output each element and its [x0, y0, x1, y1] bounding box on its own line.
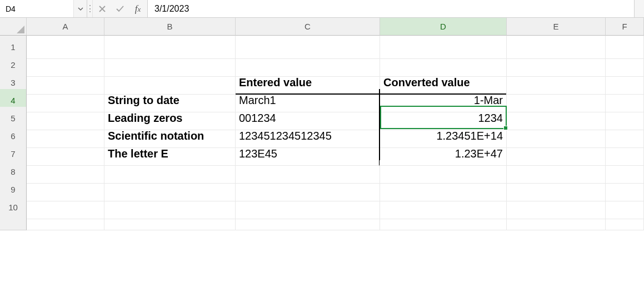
check-icon — [116, 5, 124, 13]
formula-input[interactable] — [148, 0, 644, 17]
col-header-F[interactable]: F — [606, 18, 644, 36]
formula-bar-expand[interactable] — [634, 0, 644, 18]
spreadsheet-grid[interactable]: A B C D E F 1 2 3 Entered value Converte… — [0, 18, 644, 231]
select-all-corner[interactable] — [0, 18, 27, 36]
insert-function-button[interactable]: fx — [133, 4, 143, 14]
col-header-D[interactable]: D — [380, 18, 507, 36]
enter-button[interactable] — [115, 4, 125, 14]
cell-A11[interactable] — [27, 214, 104, 230]
formula-bar-grip[interactable]: ⋮ — [87, 0, 93, 17]
fx-icon: fx — [135, 3, 141, 14]
cell-C11[interactable] — [236, 214, 380, 230]
col-header-A[interactable]: A — [27, 18, 104, 36]
name-box[interactable] — [0, 0, 73, 17]
cell-D11[interactable] — [380, 214, 507, 230]
name-box-dropdown[interactable] — [73, 0, 87, 17]
cell-F11[interactable] — [606, 214, 644, 230]
cell-B11[interactable] — [104, 214, 236, 230]
col-header-B[interactable]: B — [104, 18, 236, 36]
col-header-E[interactable]: E — [507, 18, 606, 36]
col-header-C[interactable]: C — [236, 18, 380, 36]
cell-E11[interactable] — [507, 214, 606, 230]
chevron-down-icon — [78, 6, 83, 12]
cancel-button[interactable] — [97, 4, 107, 14]
x-icon — [98, 5, 106, 13]
row-header-11[interactable] — [0, 214, 27, 230]
